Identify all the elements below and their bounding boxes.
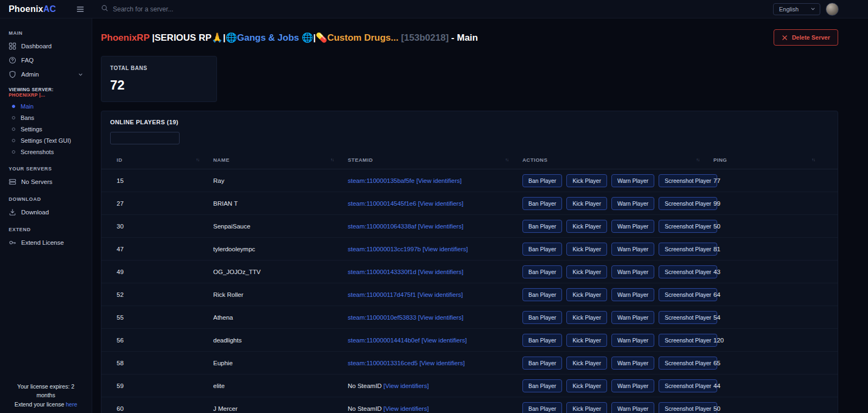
ban-player-button[interactable]: Ban Player: [522, 174, 562, 187]
sidebar-item-no-servers[interactable]: No Servers: [0, 175, 92, 189]
screenshot-player-button[interactable]: Screenshot Player: [659, 402, 717, 413]
player-actions: Ban PlayerKick PlayerWarn PlayerScreensh…: [522, 220, 713, 233]
steamid-link[interactable]: steam:11000014545f1e6: [348, 200, 418, 207]
ban-player-button[interactable]: Ban Player: [522, 288, 562, 301]
ban-player-button[interactable]: Ban Player: [522, 265, 562, 278]
topbar-left: PhoenixAC: [0, 4, 92, 14]
warn-player-button[interactable]: Warn Player: [611, 357, 654, 370]
view-identifiers-link[interactable]: [View identifiers]: [384, 405, 429, 412]
kick-player-button[interactable]: Kick Player: [566, 334, 607, 347]
sidebar-item-settings-text-gui[interactable]: Settings (Text GUI): [0, 135, 92, 146]
player-actions: Ban PlayerKick PlayerWarn PlayerScreensh…: [522, 402, 713, 413]
sidebar-item-admin[interactable]: Admin: [0, 67, 92, 81]
warn-player-button[interactable]: Warn Player: [611, 243, 654, 256]
avatar[interactable]: [826, 3, 839, 16]
steamid-link[interactable]: steam:11000010ef53833: [348, 314, 418, 321]
topbar: PhoenixAC English: [0, 0, 868, 18]
total-bans-label: TOTAL BANS: [110, 65, 208, 71]
faq-icon: [9, 56, 16, 64]
steamid-link[interactable]: steam:1100001064338af: [348, 223, 418, 230]
screenshot-player-button[interactable]: Screenshot Player: [659, 357, 717, 370]
screenshot-player-button[interactable]: Screenshot Player: [659, 174, 717, 187]
sidebar-item-dashboard[interactable]: Dashboard: [0, 39, 92, 53]
view-identifiers-link[interactable]: [View identifiers]: [418, 269, 464, 275]
view-identifiers-link[interactable]: [View identifiers]: [418, 200, 464, 207]
screenshot-player-button[interactable]: Screenshot Player: [659, 288, 717, 301]
kick-player-button[interactable]: Kick Player: [566, 197, 607, 210]
screenshot-player-button[interactable]: Screenshot Player: [659, 265, 717, 278]
column-header-id[interactable]: ID↑↓: [117, 157, 213, 163]
ban-player-button[interactable]: Ban Player: [522, 220, 562, 233]
delete-server-button[interactable]: Delete Server: [774, 29, 838, 46]
column-label: NAME: [213, 157, 229, 163]
steamid-link[interactable]: steam:11000013316ced5: [348, 360, 419, 366]
language-select[interactable]: English: [773, 3, 820, 15]
ban-player-button[interactable]: Ban Player: [522, 197, 562, 210]
ban-player-button[interactable]: Ban Player: [522, 357, 562, 370]
players-filter-input[interactable]: [110, 132, 180, 144]
menu-icon[interactable]: [76, 5, 85, 14]
kick-player-button[interactable]: Kick Player: [566, 288, 607, 301]
search-input[interactable]: [113, 5, 286, 13]
sidebar-item-faq[interactable]: FAQ: [0, 53, 92, 67]
warn-player-button[interactable]: Warn Player: [611, 334, 654, 347]
screenshot-player-button[interactable]: Screenshot Player: [659, 379, 717, 392]
view-identifiers-link[interactable]: [View identifiers]: [418, 291, 463, 298]
extend-license-link[interactable]: here: [66, 401, 77, 408]
warn-player-button[interactable]: Warn Player: [611, 220, 654, 233]
screenshot-player-button[interactable]: Screenshot Player: [659, 334, 717, 347]
kick-player-button[interactable]: Kick Player: [566, 311, 607, 324]
warn-player-button[interactable]: Warn Player: [611, 311, 654, 324]
view-identifiers-link[interactable]: [View identifiers]: [416, 177, 462, 184]
steamid-link[interactable]: steam:110000013cc1997b: [348, 246, 423, 252]
sidebar-item-bans[interactable]: Bans: [0, 112, 92, 123]
steamid-link[interactable]: steam:110000014414b0ef: [348, 337, 422, 344]
screenshot-player-button[interactable]: Screenshot Player: [659, 197, 717, 210]
screenshot-player-button[interactable]: Screenshot Player: [659, 311, 717, 324]
view-identifiers-link[interactable]: [View identifiers]: [422, 337, 467, 344]
ban-player-button[interactable]: Ban Player: [522, 402, 562, 413]
column-header-steamid[interactable]: STEAMID↑↓: [348, 157, 522, 163]
kick-player-button[interactable]: Kick Player: [566, 265, 607, 278]
warn-player-button[interactable]: Warn Player: [611, 174, 654, 187]
ban-player-button[interactable]: Ban Player: [522, 379, 562, 392]
sidebar-item-screenshots[interactable]: Screenshots: [0, 146, 92, 157]
sort-icon: ↑↓: [330, 157, 334, 162]
warn-player-button[interactable]: Warn Player: [611, 402, 654, 413]
ban-player-button[interactable]: Ban Player: [522, 311, 562, 324]
kick-player-button[interactable]: Kick Player: [566, 357, 607, 370]
kick-player-button[interactable]: Kick Player: [566, 220, 607, 233]
kick-player-button[interactable]: Kick Player: [566, 243, 607, 256]
column-header-actions[interactable]: ACTIONS↑↓: [522, 157, 713, 163]
sidebar-item-settings[interactable]: Settings: [0, 123, 92, 135]
warn-player-button[interactable]: Warn Player: [611, 288, 654, 301]
sidebar-item-download[interactable]: Download: [0, 205, 92, 219]
kick-player-button[interactable]: Kick Player: [566, 379, 607, 392]
column-header-name[interactable]: NAME↑↓: [213, 157, 348, 163]
view-identifiers-link[interactable]: [View identifiers]: [418, 223, 464, 230]
ban-player-button[interactable]: Ban Player: [522, 334, 562, 347]
kick-player-button[interactable]: Kick Player: [566, 402, 607, 413]
screenshot-player-button[interactable]: Screenshot Player: [659, 243, 717, 256]
view-identifiers-link[interactable]: [View identifiers]: [423, 246, 468, 252]
sidebar-item-main[interactable]: Main: [0, 100, 92, 112]
kick-player-button[interactable]: Kick Player: [566, 174, 607, 187]
table-row: 27BRIAN Tsteam:11000014545f1e6 [View ide…: [101, 192, 838, 215]
player-id: 27: [117, 200, 213, 207]
steamid-link[interactable]: steam:110000135baf5fe: [348, 177, 416, 184]
ban-player-button[interactable]: Ban Player: [522, 243, 562, 256]
column-header-ping[interactable]: PING↑↓: [713, 157, 829, 163]
steamid-link[interactable]: steam:110000143330f1d: [348, 269, 418, 275]
warn-player-button[interactable]: Warn Player: [611, 197, 654, 210]
screenshot-player-button[interactable]: Screenshot Player: [659, 220, 717, 233]
view-identifiers-link[interactable]: [View identifiers]: [384, 383, 429, 389]
sidebar-item-extend-license[interactable]: Extend License: [0, 236, 92, 250]
server-nav-list: MainBansSettingsSettings (Text GUI)Scree…: [0, 99, 92, 158]
warn-player-button[interactable]: Warn Player: [611, 379, 654, 392]
app-logo[interactable]: PhoenixAC: [9, 4, 56, 14]
steamid-link[interactable]: steam:110000117d475f1: [348, 291, 418, 298]
view-identifiers-link[interactable]: [View identifiers]: [419, 360, 465, 366]
license-expiry-text: Your license expires: 2 months: [11, 382, 81, 400]
view-identifiers-link[interactable]: [View identifiers]: [418, 314, 464, 321]
warn-player-button[interactable]: Warn Player: [611, 265, 654, 278]
